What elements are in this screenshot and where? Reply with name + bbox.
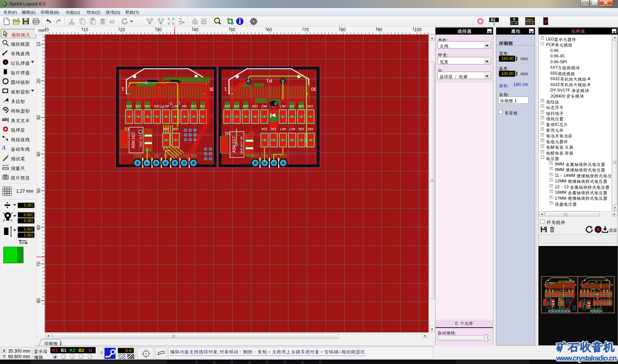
svg-text:105: 105 [126,104,132,108]
svg-text:60: 60 [37,225,41,230]
svg-text:105: 105 [224,104,230,108]
svg-text:10: 10 [37,42,41,47]
svg-text:105: 105 [252,104,258,108]
svg-text:?: ? [513,17,515,22]
svg-text:80: 80 [341,27,346,32]
svg-text:106: 106 [262,127,267,131]
svg-text:105: 105 [234,104,239,108]
svg-text:40: 40 [193,27,199,32]
svg-text:50: 50 [230,27,235,32]
svg-text:30: 30 [37,115,41,120]
svg-text:4K7: 4K7 [163,104,169,108]
svg-text:30: 30 [311,86,316,92]
svg-text:4K7: 4K7 [280,127,286,131]
svg-text:106: 106 [163,127,169,131]
svg-text:GND: GND [134,154,142,158]
svg-text:1M: 1M [290,104,294,108]
svg-text:R1: R1 [491,18,496,22]
svg-text:U1: U1 [124,127,129,131]
svg-text:U1: U1 [225,131,230,135]
svg-text:106: 106 [308,127,314,131]
svg-text:4K7: 4K7 [280,104,286,108]
svg-text:1M: 1M [182,104,187,108]
svg-text:10: 10 [83,27,88,32]
svg-text:105: 105 [135,104,141,108]
svg-text:x2: x2 [109,19,114,24]
svg-text:4K7: 4K7 [261,104,267,108]
svg-text:20: 20 [120,27,125,32]
svg-text:GND OUT: GND OUT [139,134,142,147]
svg-text:1: 1 [224,86,227,92]
svg-text:40: 40 [37,151,41,157]
svg-text:100: 100 [414,27,422,32]
svg-text:DXC: DXC [180,154,189,158]
svg-text:50: 50 [37,188,41,193]
svg-text:105: 105 [308,104,313,108]
svg-text:105: 105 [191,104,197,108]
svg-text:RES: RES [171,154,180,158]
svg-text:M: M [544,19,547,24]
svg-text:DRC: DRC [526,18,534,22]
svg-text:105: 105 [298,104,304,108]
svg-text:1: 1 [121,86,124,92]
svg-text:106: 106 [145,104,150,108]
svg-text:106: 106 [298,127,304,131]
svg-text:GND OUT +IN: GND OUT +IN [240,136,243,154]
svg-text:90: 90 [377,27,383,32]
svg-text:80: 80 [37,298,41,303]
svg-text:30: 30 [157,27,162,32]
svg-text:106: 106 [271,127,277,131]
svg-text:70: 70 [304,27,309,32]
svg-text:4K7: 4K7 [289,127,295,131]
svg-text:106: 106 [243,104,249,108]
svg-text:70: 70 [37,261,41,267]
svg-text:CS: CS [191,154,197,158]
svg-text:106: 106 [154,104,160,108]
svg-text:60: 60 [267,27,272,32]
svg-text:0: 0 [46,27,49,32]
svg-text:106: 106 [173,127,179,131]
svg-text:20: 20 [37,78,41,83]
svg-text:ASM 1117: ASM 1117 [232,136,236,153]
svg-text:GND: GND [251,154,260,158]
svg-text:P1: P1 [266,78,272,83]
svg-text:DO: DO [154,154,160,158]
